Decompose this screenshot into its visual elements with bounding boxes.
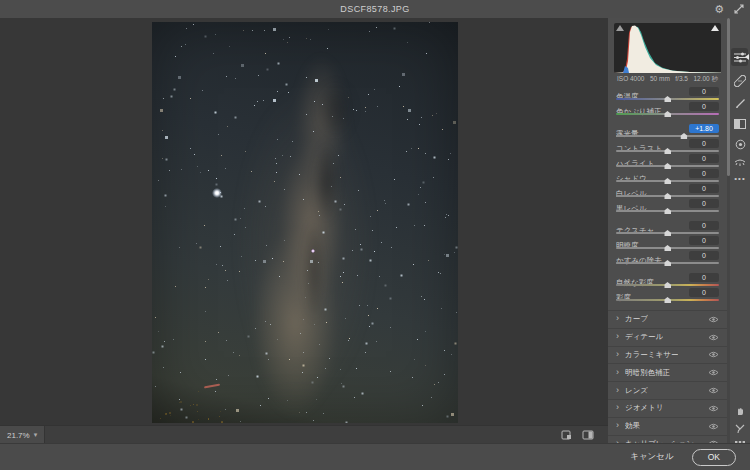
basic-sliders: 色温度 0 色かぶり補正 0 露光量 +1.80 コントラスト 0 ハイライト … (608, 85, 727, 303)
document-filename: DSCF8578.JPG (340, 4, 409, 14)
selected-tool-marker (745, 54, 749, 60)
slider-row: コントラスト 0 (616, 139, 719, 154)
section-label: カラーミキサー (625, 350, 678, 360)
panel-section[interactable]: › レンズ (608, 382, 727, 400)
slider-value[interactable]: 0 (689, 236, 719, 245)
slider-value[interactable]: 0 (689, 221, 719, 230)
zoom-level-value: 21.7% (7, 431, 30, 440)
visibility-eye-icon[interactable] (708, 387, 719, 394)
healing-brush-icon[interactable] (730, 72, 750, 90)
slider-value[interactable]: 0 (689, 288, 719, 297)
iso-value: ISO 4000 (617, 75, 644, 84)
panel-section[interactable]: › 効果 (608, 418, 727, 436)
exif-info-bar: ISO 4000 50 mm f/3.5 12.00 秒 (608, 73, 727, 85)
slider-row: 彩度 0 (616, 288, 719, 303)
slider-value[interactable]: +1.80 (689, 124, 719, 133)
settings-gear-icon[interactable]: ⚙ (714, 4, 724, 15)
title-bar: DSCF8578.JPG ⚙ (0, 0, 750, 19)
section-label: 明暗別色補正 (625, 368, 670, 378)
panel-section[interactable]: › 明暗別色補正 (608, 364, 727, 382)
slider-row: シャドウ 0 (616, 169, 719, 184)
slider-thumb[interactable] (664, 297, 671, 303)
visibility-eye-icon[interactable] (708, 334, 719, 341)
slider-track[interactable] (616, 284, 719, 286)
slider-value[interactable]: 0 (689, 154, 719, 163)
slider-row: 黒レベル 0 (616, 199, 719, 214)
hand-tool-icon[interactable] (730, 402, 750, 420)
slider-value[interactable]: 0 (689, 251, 719, 260)
zoom-tool-icon[interactable] (730, 420, 750, 438)
preview-state-icon[interactable] (561, 430, 572, 440)
section-label: レンズ (625, 386, 648, 396)
slider-track[interactable] (616, 247, 719, 249)
section-label: カーブ (625, 314, 648, 324)
chevron-right-icon: › (616, 350, 619, 359)
slider-track[interactable] (616, 165, 719, 167)
ok-button[interactable]: OK (692, 449, 736, 466)
shutter-speed-value: 12.00 秒 (693, 75, 718, 84)
zoom-level-dropdown[interactable]: 21.7% ▾ (0, 426, 45, 444)
visibility-eye-icon[interactable] (708, 351, 719, 358)
slider-row: 露光量 +1.80 (616, 124, 719, 139)
slider-thumb[interactable] (664, 111, 671, 117)
gradient-filter-icon[interactable] (730, 115, 750, 133)
more-tools-icon[interactable]: ••• (730, 169, 750, 187)
slider-row: 色かぶり補正 0 (616, 102, 719, 117)
edit-panel: ISO 4000 50 mm f/3.5 12.00 秒 色温度 0 色かぶり補… (608, 18, 727, 443)
histogram-curve (614, 23, 721, 73)
chevron-right-icon: › (616, 386, 619, 395)
slider-value[interactable]: 0 (689, 273, 719, 282)
slider-value[interactable]: 0 (689, 199, 719, 208)
dialog-footer: キャンセル OK (0, 443, 750, 470)
status-bar: 21.7% ▾ (0, 425, 608, 444)
visibility-eye-icon[interactable] (708, 369, 719, 376)
edit-sliders-icon[interactable] (731, 48, 748, 66)
slider-value[interactable]: 0 (689, 87, 719, 96)
image-canvas[interactable] (0, 18, 608, 425)
slider-track[interactable] (616, 195, 719, 197)
panel-section[interactable]: › カラーミキサー (608, 347, 727, 365)
chevron-down-icon: ▾ (34, 431, 38, 439)
slider-track[interactable] (616, 135, 719, 137)
slider-row: 明瞭度 0 (616, 236, 719, 251)
chevron-right-icon: › (616, 403, 619, 412)
slider-track[interactable] (616, 299, 719, 301)
visibility-eye-icon[interactable] (708, 405, 719, 412)
slider-thumb[interactable] (664, 208, 671, 214)
chevron-right-icon: › (616, 421, 619, 430)
slider-thumb[interactable] (664, 260, 671, 266)
fullscreen-expand-icon[interactable] (734, 4, 744, 14)
slider-track[interactable] (616, 232, 719, 234)
photo-preview-milky-way[interactable] (152, 22, 458, 423)
chevron-right-icon: › (616, 314, 619, 323)
aperture-value: f/3.5 (675, 75, 688, 84)
slider-track[interactable] (616, 98, 719, 100)
panel-section[interactable]: › ディテール (608, 329, 727, 347)
visibility-eye-icon[interactable] (708, 423, 719, 430)
panel-section[interactable]: › ジオメトリ (608, 400, 727, 418)
slider-row: ハイライト 0 (616, 154, 719, 169)
chevron-right-icon: › (616, 332, 619, 341)
slider-value[interactable]: 0 (689, 169, 719, 178)
slider-row: かすみの除去 0 (616, 251, 719, 266)
panel-section[interactable]: › カーブ (608, 311, 727, 329)
slider-track[interactable] (616, 210, 719, 212)
vignette (152, 22, 458, 423)
slider-row: 色温度 0 (616, 87, 719, 102)
masking-brush-icon[interactable] (730, 94, 750, 112)
visibility-eye-icon[interactable] (708, 316, 719, 323)
slider-track[interactable] (616, 180, 719, 182)
histogram[interactable] (614, 23, 721, 73)
panel-section[interactable]: › キャリブレーション (608, 436, 727, 443)
red-eye-icon[interactable] (730, 135, 750, 153)
slider-value[interactable]: 0 (689, 102, 719, 111)
slider-value[interactable]: 0 (689, 139, 719, 148)
slider-row: 白レベル 0 (616, 184, 719, 199)
section-label: 効果 (625, 421, 640, 431)
cancel-button[interactable]: キャンセル (630, 451, 674, 463)
slider-track[interactable] (616, 113, 719, 115)
slider-value[interactable]: 0 (689, 184, 719, 193)
slider-track[interactable] (616, 262, 719, 264)
before-after-view-icon[interactable] (582, 430, 594, 440)
slider-track[interactable] (616, 150, 719, 152)
